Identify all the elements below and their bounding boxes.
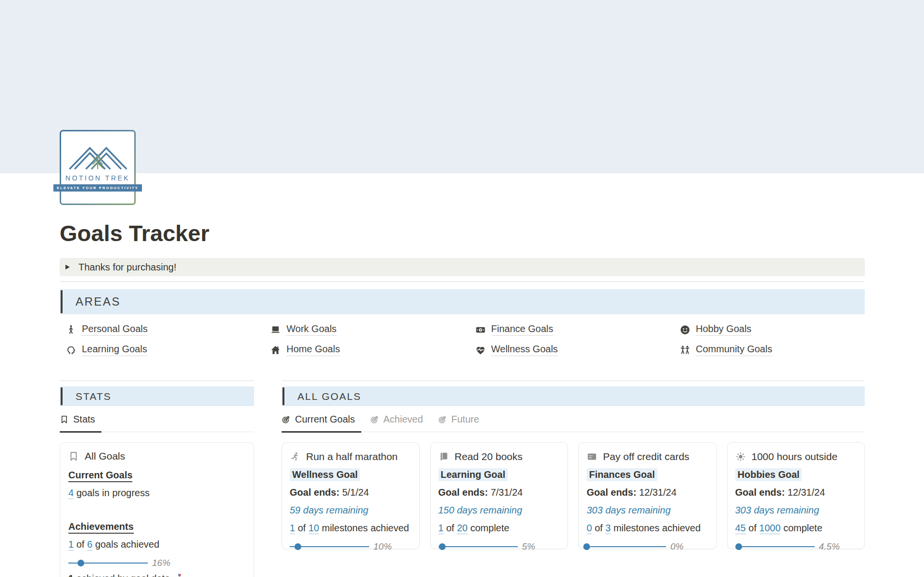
goal-ends-line: Goal ends: 12/31/24 bbox=[735, 487, 857, 498]
notion-trek-logo: NOTION TREK ELEVATE YOUR PRODUCTIVITY bbox=[60, 130, 136, 205]
all-goals-heading: ALL GOALS bbox=[282, 386, 865, 406]
areas-heading: AREAS bbox=[60, 289, 865, 314]
goal-category-tag: Finances Goal bbox=[587, 468, 657, 481]
tab-stats[interactable]: Stats bbox=[60, 414, 102, 432]
achieved-by-date-line: 1 achieved by goal date bbox=[68, 573, 245, 577]
stats-column: STATS Stats bbox=[60, 380, 254, 577]
progress-track bbox=[438, 546, 518, 547]
areas-grid: Personal Goals Work Goals bbox=[60, 320, 865, 360]
runner-icon bbox=[290, 451, 300, 462]
target-icon bbox=[282, 415, 291, 424]
area-link-label: Finance Goals bbox=[491, 323, 553, 336]
area-link-label: Hobby Goals bbox=[696, 323, 752, 336]
logo-brand-text: NOTION TREK bbox=[65, 174, 130, 182]
goal-end-date: 12/31/24 bbox=[787, 487, 825, 498]
area-link-label: Personal Goals bbox=[82, 323, 148, 336]
goal-card-title: Pay off credit cards bbox=[603, 451, 689, 462]
achievements-heading: Achievements bbox=[68, 521, 245, 532]
area-link-work-goals[interactable]: Work Goals bbox=[264, 320, 455, 340]
area-link-learning-goals[interactable]: Learning Goals bbox=[60, 340, 251, 360]
tab-achieved[interactable]: Achieved bbox=[370, 414, 429, 432]
goal-ends-line: Goal ends: 5/1/24 bbox=[290, 487, 411, 498]
progress-dot bbox=[735, 543, 742, 550]
goal-ends-label: Goal ends: bbox=[438, 487, 488, 498]
done-count-link[interactable]: 45 bbox=[735, 523, 746, 534]
total-count-link[interactable]: 3 bbox=[605, 523, 611, 534]
progress-dot bbox=[295, 543, 301, 550]
area-link-personal-goals[interactable]: Personal Goals bbox=[60, 320, 251, 340]
toggle-triangle-icon[interactable] bbox=[65, 265, 70, 269]
measure-label: complete bbox=[470, 523, 509, 533]
banknote-icon bbox=[475, 324, 486, 335]
area-link-label: Work Goals bbox=[286, 323, 336, 336]
divider bbox=[282, 380, 865, 381]
tab-current-goals[interactable]: Current Goals bbox=[282, 414, 361, 432]
toggle-label: Thanks for purchasing! bbox=[78, 262, 176, 273]
sun-icon bbox=[735, 451, 746, 462]
goal-card-1000-hours-outside[interactable]: 1000 hours outside Hobbies Goal Goal end… bbox=[727, 442, 865, 549]
goal-card-pay-off-credit-cards[interactable]: Pay off credit cards Finances Goal Goal … bbox=[578, 442, 717, 549]
thanks-toggle[interactable]: Thanks for purchasing! bbox=[60, 258, 865, 276]
total-count-link[interactable]: 20 bbox=[457, 523, 467, 534]
progress-track bbox=[290, 546, 369, 547]
total-count-link[interactable]: 1000 bbox=[759, 523, 781, 534]
smiley-icon bbox=[680, 324, 691, 335]
stats-card-title: All Goals bbox=[85, 450, 125, 462]
milestones-line: 0 of 3 milestones achieved bbox=[587, 522, 708, 534]
area-link-label: Learning Goals bbox=[82, 344, 147, 356]
milestones-line: 45 of 1000 complete bbox=[735, 522, 857, 534]
measure-label: complete bbox=[783, 523, 822, 533]
heading-bar bbox=[282, 387, 284, 405]
goal-end-date: 12/31/24 bbox=[639, 487, 677, 498]
bookmark-icon bbox=[68, 451, 79, 462]
done-count-link[interactable]: 1 bbox=[290, 523, 295, 534]
goal-cards-row: Run a half marathon Wellness Goal Goal e… bbox=[282, 442, 865, 549]
heading-bar bbox=[61, 290, 63, 313]
progress-dot bbox=[583, 543, 590, 550]
page-title: Goals Tracker bbox=[60, 221, 865, 246]
area-link-wellness-goals[interactable]: Wellness Goals bbox=[469, 340, 660, 360]
days-remaining: 303 days remaining bbox=[735, 504, 857, 516]
target-icon bbox=[438, 415, 447, 424]
total-count-link[interactable]: 10 bbox=[308, 523, 319, 534]
goal-progress-bar: 0% bbox=[587, 543, 708, 550]
laptop-icon bbox=[270, 324, 281, 335]
days-remaining: 303 days remaining bbox=[587, 504, 708, 516]
done-count-link[interactable]: 0 bbox=[587, 523, 592, 534]
goal-card-read-20-books[interactable]: Read 20 books Learning Goal Goal ends: 7… bbox=[430, 442, 568, 549]
all-goals-column: ALL GOALS Current bbox=[282, 380, 865, 577]
milestones-line: 1 of 10 milestones achieved bbox=[290, 522, 411, 534]
area-link-home-goals[interactable]: Home Goals bbox=[264, 340, 455, 360]
achieved-count-link[interactable]: 1 bbox=[68, 539, 74, 551]
goal-end-date: 5/1/24 bbox=[342, 487, 369, 498]
goal-end-date: 7/31/24 bbox=[490, 487, 523, 498]
medal-icon bbox=[175, 573, 184, 577]
area-link-finance-goals[interactable]: Finance Goals bbox=[469, 320, 660, 340]
heading-bar bbox=[61, 387, 63, 405]
achieved-total-link[interactable]: 6 bbox=[87, 539, 92, 551]
progress-percent: 16% bbox=[152, 558, 170, 568]
goal-card-run-half-marathon[interactable]: Run a half marathon Wellness Goal Goal e… bbox=[282, 442, 420, 549]
mountains-pine-tree-icon bbox=[68, 144, 127, 171]
goal-progress-bar: 5% bbox=[438, 543, 560, 550]
measure-label: milestones achieved bbox=[322, 523, 409, 533]
achieved-progress-bar: 16% bbox=[68, 560, 245, 566]
goal-ends-line: Goal ends: 12/31/24 bbox=[587, 487, 708, 498]
progress-percent: 0% bbox=[670, 541, 683, 552]
tab-future[interactable]: Future bbox=[438, 414, 486, 432]
goal-progress-bar: 10% bbox=[290, 543, 411, 550]
done-count-link[interactable]: 1 bbox=[438, 523, 444, 534]
milestones-line: 1 of 20 complete bbox=[438, 522, 560, 534]
current-count-link[interactable]: 4 bbox=[68, 487, 74, 499]
goals-in-progress-line: 4 goals in progress bbox=[68, 487, 245, 499]
area-link-hobby-goals[interactable]: Hobby Goals bbox=[674, 320, 865, 340]
area-link-label: Wellness Goals bbox=[491, 344, 558, 356]
all-goals-stats-card[interactable]: All Goals Current Goals 4 goals in progr… bbox=[60, 442, 254, 577]
target-icon bbox=[370, 415, 379, 424]
divider bbox=[60, 281, 865, 282]
credit-card-icon bbox=[587, 451, 597, 462]
heart-pulse-icon bbox=[475, 345, 486, 356]
days-remaining: 59 days remaining bbox=[290, 504, 411, 516]
area-link-community-goals[interactable]: Community Goals bbox=[674, 340, 865, 360]
goal-category-tag: Hobbies Goal bbox=[735, 468, 802, 481]
